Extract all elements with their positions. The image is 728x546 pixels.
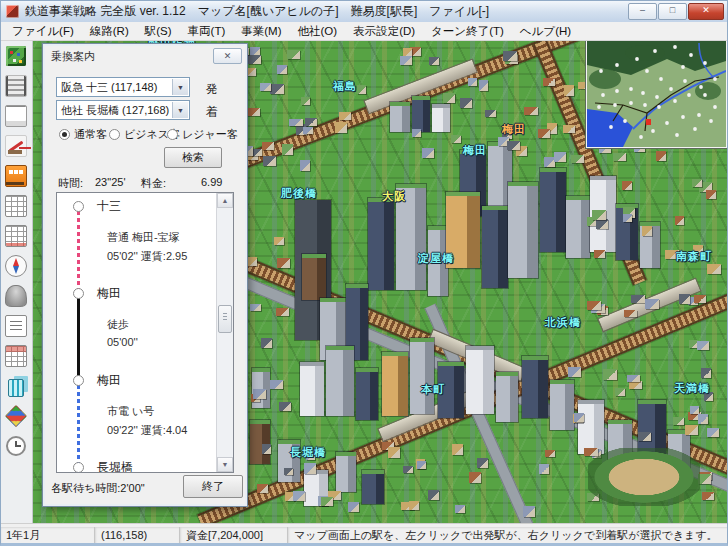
building <box>508 182 538 278</box>
menu-item[interactable]: 事業(M) <box>233 23 289 40</box>
house <box>253 389 266 399</box>
timetable-icon[interactable] <box>3 194 29 218</box>
house <box>615 388 625 396</box>
passenger-type-radio[interactable]: レジャー客 <box>167 127 238 142</box>
minimap[interactable] <box>586 34 727 148</box>
house <box>477 458 488 469</box>
search-button[interactable]: 検索 <box>164 147 222 168</box>
departure-station-select[interactable]: 阪急 十三 (117,148) ▼ <box>56 77 190 97</box>
route-station-name: 梅田 <box>97 372 121 389</box>
transfer-guide-dialog: 乗換案内 ✕ 阪急 十三 (117,148) ▼ 発 他社 長堀橋 (127,1… <box>42 43 248 507</box>
arrival-label: 着 <box>206 104 218 121</box>
menu-item[interactable]: ヘルプ(H) <box>512 23 579 40</box>
house <box>596 219 609 229</box>
clock-icon[interactable] <box>3 434 29 458</box>
passenger-type-radio[interactable]: 通常客 <box>59 127 107 142</box>
layers-icon[interactable] <box>3 404 29 428</box>
building <box>438 362 464 418</box>
route-station[interactable]: 長堀橋 <box>57 460 217 473</box>
radio-icon[interactable] <box>167 129 178 140</box>
house <box>623 214 632 222</box>
fare-table-icon[interactable] <box>3 224 29 248</box>
monument-icon[interactable] <box>3 284 29 308</box>
house <box>503 51 517 61</box>
building-list-icon[interactable] <box>3 374 29 398</box>
building <box>566 196 590 258</box>
radio-icon[interactable] <box>109 129 120 140</box>
dialog-title-bar[interactable]: 乗換案内 ✕ <box>43 44 247 65</box>
route-station[interactable]: 梅田 <box>57 373 217 388</box>
minimize-button[interactable]: – <box>628 3 657 20</box>
route-leg[interactable]: 徒歩05'00'' <box>57 301 217 373</box>
menu-item[interactable]: ファイル(F) <box>4 23 82 40</box>
menu-item[interactable]: 表示設定(D) <box>345 23 423 40</box>
house <box>284 468 294 475</box>
house <box>568 367 581 377</box>
house <box>277 65 287 75</box>
scroll-up-icon[interactable]: ▲ <box>217 193 233 208</box>
maximize-button[interactable]: □ <box>658 3 687 20</box>
arrival-station-select[interactable]: 他社 長堀橋 (127,168) ▼ <box>56 100 190 120</box>
house <box>270 84 284 94</box>
company-table-icon[interactable] <box>3 344 29 368</box>
route-leg-line <box>77 295 80 379</box>
status-message: マップ画面上の駅を、左クリックで出発駅が、右クリックで到着駅が選択できます。 <box>288 527 728 544</box>
house <box>357 85 366 94</box>
exit-button[interactable]: 終了 <box>183 475 243 498</box>
house <box>545 450 555 458</box>
report-icon[interactable] <box>3 314 29 338</box>
route-listbox[interactable]: 十三普通 梅田-宝塚05'02'' 運賃:2.95梅田徒歩05'00''梅田市電… <box>56 192 234 473</box>
house <box>348 502 360 512</box>
house <box>563 125 575 133</box>
minimap-icon[interactable] <box>3 44 29 68</box>
house <box>274 237 285 244</box>
route-scrollbar[interactable]: ▲ ▼ <box>216 193 233 472</box>
building <box>578 400 604 454</box>
close-button[interactable]: ✕ <box>688 3 724 20</box>
park <box>588 448 700 506</box>
house <box>706 190 717 199</box>
scroll-down-icon[interactable]: ▼ <box>217 457 233 472</box>
status-bar: 1年1月 (116,158) 資金[7,204,000] マップ画面上の駅を、左… <box>0 523 728 546</box>
station-icon[interactable] <box>3 104 29 128</box>
building <box>428 226 448 296</box>
house <box>631 295 645 303</box>
route-leg[interactable]: 普通 梅田-宝塚05'02'' 運賃:2.95 <box>57 214 217 286</box>
building <box>550 380 574 430</box>
route-station[interactable]: 十三 <box>57 199 217 214</box>
train-car-icon[interactable] <box>3 164 29 188</box>
menu-item[interactable]: ターン終了(T) <box>423 23 512 40</box>
house <box>339 112 351 120</box>
compass-icon[interactable] <box>3 254 29 278</box>
report-icon <box>5 315 27 337</box>
app-icon <box>6 5 19 18</box>
house <box>257 484 267 493</box>
menu-item[interactable]: 駅(S) <box>137 23 180 40</box>
building <box>390 102 410 132</box>
menu-item[interactable]: 車両(T) <box>180 23 234 40</box>
house <box>675 216 684 226</box>
dialog-close-icon[interactable]: ✕ <box>213 48 242 64</box>
house <box>277 258 289 268</box>
radio-icon[interactable] <box>59 129 70 140</box>
compass-icon <box>5 255 27 277</box>
route-station[interactable]: 梅田 <box>57 286 217 301</box>
building <box>326 346 354 416</box>
menu-item[interactable]: 線路(R) <box>82 23 137 40</box>
house <box>524 107 538 115</box>
chevron-down-icon[interactable]: ▼ <box>172 102 188 118</box>
house <box>697 341 709 349</box>
arrival-station-value: 他社 長堀橋 (127,168) <box>61 103 169 118</box>
menu-item[interactable]: 他社(O) <box>290 23 346 40</box>
station-marker-icon <box>73 288 84 299</box>
house <box>594 250 604 258</box>
chevron-down-icon[interactable]: ▼ <box>172 79 188 95</box>
window-title: 鉄道事業戦略 完全版 ver. 1.12 マップ名[醜いアヒルの子] 難易度[駅… <box>25 3 489 20</box>
rail-track-icon[interactable] <box>3 74 29 98</box>
house <box>262 444 271 454</box>
scrollbar-thumb[interactable] <box>218 305 232 333</box>
house <box>468 78 477 86</box>
route-leg[interactable]: 市電 い号09'22'' 運賃:4.04 <box>57 388 217 460</box>
crane-icon[interactable] <box>3 134 29 158</box>
house <box>412 129 421 137</box>
